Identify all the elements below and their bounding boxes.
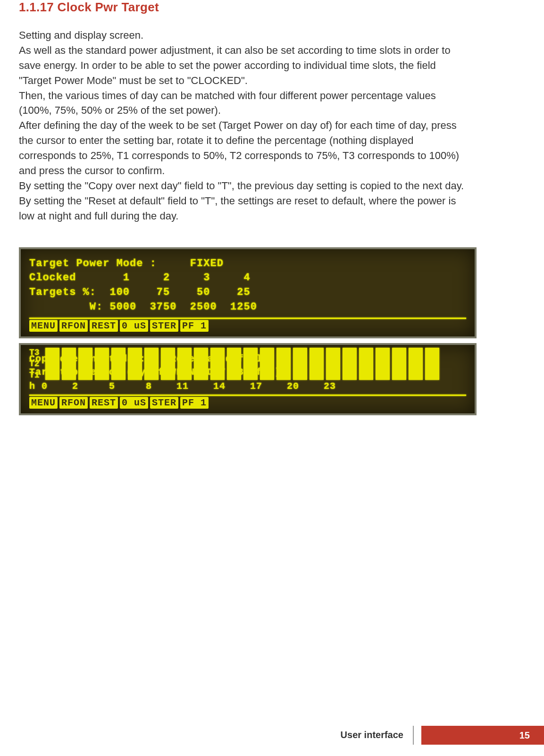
divider [29, 395, 466, 396]
lcd-menu-bar: MENU RFON REST 0 uS STER PF 1 [29, 397, 466, 409]
schedule-bar [177, 348, 192, 380]
schedule-bar [376, 348, 390, 380]
menu-item: PF 1 [180, 397, 209, 409]
lcd-line: Clocked 1 2 3 4 [29, 271, 466, 286]
schedule-bar [78, 348, 92, 380]
menu-item: 0 uS [120, 397, 148, 409]
lcd-screen-2: Copy over next day: F Reset at default: … [19, 343, 477, 415]
schedule-bar [161, 348, 175, 380]
schedule-bars: T3 T2 T1 [29, 348, 466, 380]
tier-label: T2 [29, 359, 40, 369]
schedule-bar [343, 348, 357, 380]
menu-item: 0 uS [120, 320, 148, 332]
tier-label: T1 [29, 370, 40, 380]
schedule-bar [326, 348, 340, 380]
schedule-bar [293, 348, 307, 380]
lcd-menu-bar: MENU RFON REST 0 uS STER PF 1 [29, 320, 466, 332]
section-heading: 1.1.17 Clock Pwr Target [19, 0, 525, 15]
menu-item: STER [150, 397, 178, 409]
schedule-bar [62, 348, 76, 380]
menu-item: REST [90, 397, 118, 409]
body-text: Setting and display screen. As well as t… [19, 28, 467, 224]
menu-item: REST [90, 320, 118, 332]
paragraph: After defining the day of the week to be… [19, 118, 467, 178]
schedule-bar [276, 348, 291, 380]
paragraph: By setting the "Reset at default" field … [19, 193, 467, 224]
schedule-bar [359, 348, 373, 380]
schedule-bar [128, 348, 142, 380]
menu-item: MENU [29, 320, 58, 332]
schedule-bar [95, 348, 109, 380]
schedule-bar [111, 348, 126, 380]
schedule-bar [392, 348, 406, 380]
menu-item: MENU [29, 397, 58, 409]
paragraph: Setting and display screen. [19, 28, 467, 43]
schedule-bar [144, 348, 159, 380]
lcd-line: W: 5000 3750 2500 1250 [29, 300, 466, 315]
menu-item: PF 1 [180, 320, 209, 332]
divider [29, 318, 466, 319]
footer-page-number: 15 [421, 726, 544, 745]
schedule-bar [260, 348, 274, 380]
schedule-bar [243, 348, 258, 380]
menu-item: RFON [59, 397, 88, 409]
lcd-screen-1: Target Power Mode : FIXED Clocked 1 2 3 … [19, 247, 477, 338]
menu-item: STER [150, 320, 178, 332]
schedule-bar [194, 348, 208, 380]
schedule-bar [45, 348, 59, 380]
schedule-bar [425, 348, 439, 380]
menu-item: RFON [59, 320, 88, 332]
schedule-bar [310, 348, 324, 380]
tier-label: T3 [29, 348, 40, 357]
schedule-bar [409, 348, 423, 380]
lcd-line: Targets %: 100 75 50 25 [29, 286, 466, 300]
paragraph: Then, the various times of day can be ma… [19, 88, 467, 118]
paragraph: As well as the standard power adjustment… [19, 43, 467, 88]
hours-axis: h 0 2 5 8 11 14 17 20 23 [29, 381, 466, 392]
footer-section-label: User interface [341, 726, 414, 745]
page-footer: User interface 15 [0, 726, 544, 745]
schedule-bar [210, 348, 225, 380]
paragraph: By setting the "Copy over next day" fiel… [19, 178, 467, 193]
lcd-line: Target Power Mode : FIXED [29, 257, 466, 271]
schedule-bar [227, 348, 241, 380]
